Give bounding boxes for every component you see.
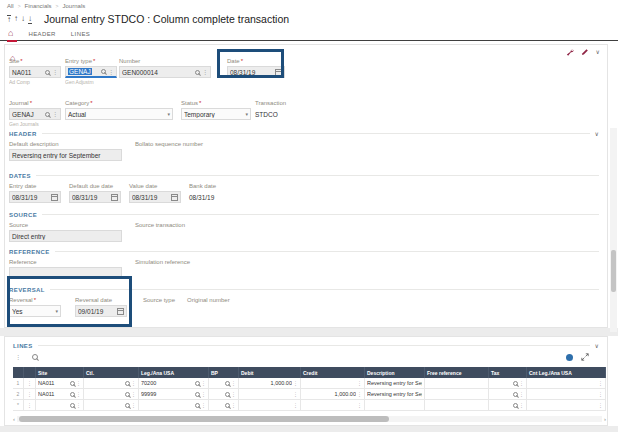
cell-free-reference[interactable] bbox=[425, 400, 489, 411]
page-vertical-scrollbar[interactable] bbox=[610, 128, 617, 332]
cell-debit[interactable]: 1,000.00⋮ bbox=[239, 378, 301, 389]
search-icon[interactable] bbox=[70, 403, 75, 408]
kebab-icon[interactable]: ⋮ bbox=[519, 402, 524, 408]
search-icon[interactable] bbox=[513, 403, 518, 408]
tab-home[interactable]: ⌂ bbox=[8, 29, 13, 38]
cell-description[interactable]: Reversing entry for September bbox=[365, 389, 425, 400]
journal-input[interactable]: GENAJ ⋮ bbox=[9, 108, 61, 120]
col-leg-ana[interactable]: Leg./Ana USA bbox=[139, 367, 209, 378]
edit-pencil-icon[interactable] bbox=[581, 48, 589, 56]
search-icon[interactable] bbox=[70, 392, 75, 397]
kebab-icon[interactable]: ⋮ bbox=[52, 111, 58, 117]
kebab-icon[interactable]: ⋮ bbox=[293, 380, 298, 386]
kebab-icon[interactable]: ⋮ bbox=[357, 402, 362, 408]
cell-bp[interactable]: ⋮ bbox=[209, 378, 239, 389]
calendar-icon[interactable] bbox=[171, 194, 178, 201]
kebab-icon[interactable]: ⋮ bbox=[202, 69, 208, 75]
search-icon[interactable] bbox=[32, 354, 38, 360]
cell-ctl[interactable]: ⋮ bbox=[84, 389, 139, 400]
cell-credit[interactable]: 1,000.00⋮ bbox=[301, 389, 365, 400]
nav-first-record-icon[interactable]: ↑ bbox=[7, 15, 11, 24]
col-tax[interactable]: Tax bbox=[489, 367, 527, 378]
scrollbar-thumb[interactable] bbox=[19, 416, 389, 422]
kebab-icon[interactable]: ⋮ bbox=[231, 391, 236, 397]
breadcrumb-item-financials[interactable]: Financials bbox=[25, 3, 52, 9]
search-icon[interactable] bbox=[195, 70, 200, 75]
cell-bp[interactable]: ⋮ bbox=[209, 389, 239, 400]
search-icon[interactable] bbox=[45, 70, 50, 75]
cell-tax[interactable]: ⋮ bbox=[489, 378, 527, 389]
kebab-icon[interactable]: ⋮ bbox=[131, 402, 136, 408]
tab-header[interactable]: HEADER bbox=[28, 31, 55, 37]
search-icon[interactable] bbox=[195, 392, 200, 397]
category-select[interactable]: Actual ▾ bbox=[65, 108, 173, 120]
chevron-down-icon[interactable]: ∨ bbox=[595, 343, 599, 349]
status-select[interactable]: Temporary ▾ bbox=[181, 108, 251, 120]
kebab-icon[interactable]: ⋮ bbox=[76, 402, 81, 408]
cell-description[interactable]: Reversing entry for September bbox=[365, 378, 425, 389]
row-drag-handle[interactable]: ⋮ bbox=[24, 378, 36, 389]
kebab-icon[interactable]: ⋮ bbox=[52, 69, 58, 75]
cell-free-reference[interactable] bbox=[425, 378, 489, 389]
col-ctl[interactable]: Ctl. bbox=[84, 367, 139, 378]
reversal-select[interactable]: Yes ▾ bbox=[9, 305, 61, 317]
scrollbar-thumb[interactable] bbox=[611, 250, 616, 292]
col-bp[interactable]: BP bbox=[209, 367, 239, 378]
table-horizontal-scrollbar[interactable]: ‹ › bbox=[13, 415, 606, 422]
search-icon[interactable] bbox=[125, 381, 130, 386]
calendar-icon[interactable] bbox=[117, 308, 124, 315]
cell-bp[interactable]: ⋮ bbox=[209, 400, 239, 411]
kebab-icon[interactable]: ⋮ bbox=[201, 402, 206, 408]
chevron-down-icon[interactable]: ∨ bbox=[596, 49, 600, 55]
entry-date-input[interactable]: 08/31/19 bbox=[9, 191, 61, 203]
search-icon[interactable] bbox=[225, 403, 230, 408]
cell-tax[interactable]: ⋮ bbox=[489, 400, 527, 411]
cell-leg-ana[interactable]: ⋮ bbox=[139, 400, 209, 411]
scrollbar-track[interactable] bbox=[17, 416, 602, 422]
cell-site[interactable]: NA011⋮ bbox=[36, 378, 84, 389]
kebab-icon[interactable]: ⋮ bbox=[598, 380, 603, 386]
cell-free-reference[interactable] bbox=[425, 389, 489, 400]
cell-credit[interactable]: ⋮ bbox=[301, 400, 365, 411]
cell-debit[interactable]: ⋮ bbox=[239, 389, 301, 400]
kebab-icon[interactable]: ⋮ bbox=[519, 391, 524, 397]
cell-site[interactable]: NA011⋮ bbox=[36, 389, 84, 400]
search-icon[interactable] bbox=[195, 381, 200, 386]
kebab-icon[interactable]: ⋮ bbox=[357, 380, 362, 386]
kebab-icon[interactable]: ⋮ bbox=[293, 391, 298, 397]
kebab-icon[interactable]: ⋮ bbox=[519, 380, 524, 386]
search-icon[interactable] bbox=[225, 392, 230, 397]
cell-ctl[interactable]: ⋮ bbox=[84, 400, 139, 411]
cell-cnt-leg-ana[interactable]: ⋮ bbox=[527, 378, 606, 389]
row-drag-handle[interactable]: ⋮ bbox=[24, 389, 36, 400]
kebab-icon[interactable]: ⋮ bbox=[15, 354, 21, 360]
search-icon[interactable] bbox=[70, 381, 75, 386]
cell-leg-ana[interactable]: 99999⋮ bbox=[139, 389, 209, 400]
source-input[interactable]: Direct entry bbox=[9, 230, 122, 242]
scroll-left-icon[interactable]: ‹ bbox=[13, 416, 15, 422]
search-icon[interactable] bbox=[513, 392, 518, 397]
date-input[interactable]: 08/31/19 bbox=[227, 66, 285, 78]
kebab-icon[interactable]: ⋮ bbox=[231, 380, 236, 386]
row-drag-handle[interactable]: ⋮ bbox=[24, 400, 36, 411]
search-icon[interactable] bbox=[125, 392, 130, 397]
default-due-date-input[interactable]: 08/31/19 bbox=[69, 191, 121, 203]
scroll-right-icon[interactable]: › bbox=[604, 416, 606, 422]
cell-leg-ana[interactable]: 70200⋮ bbox=[139, 378, 209, 389]
search-icon[interactable] bbox=[45, 112, 50, 117]
expand-icon[interactable] bbox=[581, 353, 589, 361]
kebab-icon[interactable]: ⋮ bbox=[76, 380, 81, 386]
value-date-input[interactable]: 08/31/19 bbox=[129, 191, 181, 203]
search-icon[interactable] bbox=[101, 69, 106, 74]
col-description[interactable]: Description bbox=[365, 367, 425, 378]
customize-wrench-icon[interactable] bbox=[566, 48, 574, 56]
cell-debit[interactable]: ⋮ bbox=[239, 400, 301, 411]
cell-ctl[interactable]: ⋮ bbox=[84, 378, 139, 389]
cell-description[interactable] bbox=[365, 400, 425, 411]
cell-cnt-leg-ana[interactable]: ⋮ bbox=[527, 400, 606, 411]
kebab-icon[interactable]: ⋮ bbox=[598, 391, 603, 397]
site-input[interactable]: NA011 ⋮ bbox=[9, 66, 61, 78]
cell-cnt-leg-ana[interactable]: ⋮ bbox=[527, 389, 606, 400]
col-credit[interactable]: Credit bbox=[301, 367, 365, 378]
cell-credit[interactable]: ⋮ bbox=[301, 378, 365, 389]
